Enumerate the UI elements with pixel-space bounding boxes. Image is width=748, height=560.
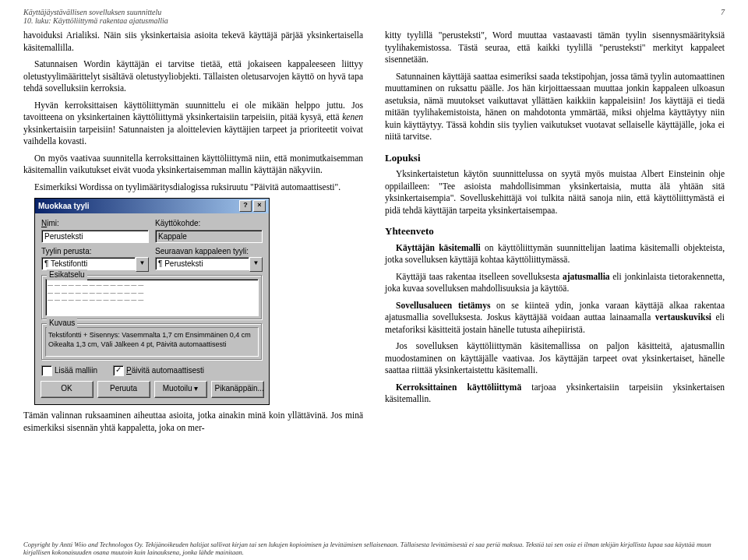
ok-button[interactable]: OK (41, 381, 94, 398)
right-p3: Yksinkertaistetun käytön suunnittelussa … (385, 168, 725, 217)
page-number: 7 (721, 8, 725, 25)
page-header: Käyttäjäystävällisen sovelluksen suunnit… (23, 8, 725, 25)
label-name: NNimi:imi: (41, 218, 149, 229)
description-group: Kuvaus Tekstifontti + Sisennys: Vasemmal… (41, 323, 263, 361)
header-title-1: Käyttäjäystävällisen sovelluksen suunnit… (23, 8, 168, 16)
preview-group: Esikatselu — — — — — — — — — — — — — —— … (41, 275, 263, 320)
left-p3a: Hyvän kerroksittaisen käyttöliittymän su… (23, 100, 363, 122)
right-p6a: Sovellusalueen tietämys (396, 301, 490, 310)
format-button[interactable]: Muotoilu ▾ (154, 381, 207, 398)
dialog-titlebar[interactable]: Muokkaa tyyli ? × (35, 199, 269, 213)
next-style-combo[interactable] (155, 257, 249, 270)
chevron-down-icon[interactable]: ▼ (136, 257, 149, 272)
left-p2: Satunnaisen Wordin käyttäjän ei tarvitse… (23, 58, 363, 95)
label-target: Käyttökohde: (155, 218, 263, 229)
help-button[interactable]: ? (239, 200, 252, 212)
right-p7: Jos sovelluksen käyttöliittymän käsitema… (385, 340, 725, 377)
add-to-template-checkbox[interactable] (41, 365, 52, 376)
left-p3: Hyvän kerroksittaisen käyttöliittymän su… (23, 100, 363, 148)
description-group-label: Kuvaus (47, 318, 77, 329)
close-button[interactable]: × (253, 200, 266, 212)
label-based-on: Tyylin perusta: (41, 246, 149, 257)
based-on-combo[interactable] (41, 257, 136, 270)
right-p4-bold: Käyttäjän käsitemalli (396, 243, 481, 252)
left-p1: havoiduksi Arialiksi. Näin siis yksinker… (23, 30, 363, 54)
left-p6: Tämän valinnan ruksaaminen aiheuttaa asi… (23, 410, 363, 434)
shortcut-button[interactable]: Pikanäppäin... (211, 381, 264, 398)
add-to-template-label: Lisää malliin (55, 365, 97, 376)
left-p3-em: kenen (342, 112, 363, 122)
right-p6c: vertauskuviksi (655, 312, 711, 322)
right-p8: Kerroksittainen käyttöliittymä tarjoaa y… (385, 382, 725, 406)
heading-lopuksi: Lopuksi (385, 151, 725, 165)
right-p1: kitty tyylillä "perusteksti", Word muutt… (385, 30, 725, 66)
right-p4: Käyttäjän käsitemalli on käyttöliittymän… (385, 242, 725, 266)
left-p5: Esimerkiksi Wordissa on tyylimääritysdia… (23, 181, 363, 194)
right-column: kitty tyylillä "perusteksti", Word muutt… (385, 30, 725, 438)
heading-yhteenveto: Yhteenveto (385, 224, 725, 238)
cancel-button[interactable]: Peruuta (97, 381, 150, 398)
header-title-2: 10. luku: Käyttöliittymä rakentaa ajatus… (23, 16, 168, 25)
right-p8a: Kerroksittainen käyttöliittymä (396, 382, 521, 392)
right-p2: Satunnainen käyttäjä saattaa esimeriksi … (385, 71, 725, 143)
preview-group-label: Esikatselu (47, 269, 87, 280)
description-text: Tekstifontti + Sisennys: Vasemmalta 1,7 … (45, 327, 259, 357)
target-field (155, 230, 263, 243)
label-next-style: Seuraavan kappaleen tyyli: (155, 246, 263, 257)
left-p4: On myös vaativaa suunnitella kerroksitta… (23, 153, 363, 177)
chevron-down-icon[interactable]: ▼ (249, 257, 263, 272)
right-p5: Käyttäjä taas rakentaa itselleen sovellu… (385, 271, 725, 295)
modify-style-dialog: Muokkaa tyyli ? × NNimi:imi: Käyttökohde… (34, 198, 270, 405)
left-column: havoiduksi Arialiksi. Näin siis yksinker… (23, 30, 363, 438)
name-input[interactable] (41, 230, 149, 243)
auto-update-label: Päivitä automaattisesti (126, 365, 204, 376)
left-p3b: yksinkertaisiin tarpeisiin! Satunnaisten… (23, 125, 363, 146)
right-p5b: ajatusmallia (563, 272, 610, 281)
auto-update-checkbox[interactable]: ✓ (113, 365, 124, 376)
preview-box: — — — — — — — — — — — — — —— — — — — — —… (45, 279, 259, 316)
right-p5a: Käyttäjä taas rakentaa itselleen sovellu… (396, 272, 563, 281)
dialog-title: Muokkaa tyyli (38, 201, 90, 212)
right-p6: Sovellusalueen tietämys on se kiinteä yd… (385, 300, 725, 336)
copyright-footer: Copyright by Antti Wiio and Technologos … (23, 541, 725, 557)
